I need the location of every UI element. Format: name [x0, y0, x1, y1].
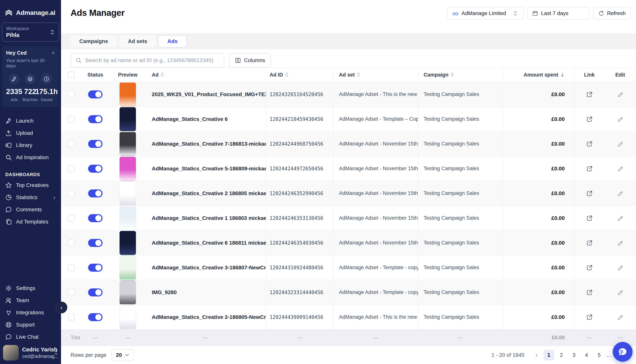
logo[interactable]: Admanage.ai [0, 0, 61, 17]
row-checkbox[interactable] [68, 314, 75, 320]
sidebar-item-library[interactable]: Library [0, 139, 61, 151]
ad-preview-image[interactable] [120, 206, 136, 230]
page-button-2[interactable]: 2 [556, 350, 567, 360]
status-toggle[interactable] [88, 214, 103, 222]
ad-name[interactable]: AdManage_Statics_Creative 5-186809-micka… [145, 156, 266, 181]
row-checkbox[interactable] [68, 91, 75, 98]
sidebar-collapse-button[interactable]: ‹ [56, 302, 67, 313]
sidebar-item-comments[interactable]: Comments [0, 204, 61, 216]
edit-pencil-icon[interactable] [617, 215, 623, 221]
status-toggle[interactable] [88, 190, 103, 198]
column-header-ad[interactable]: Ad [145, 68, 266, 82]
status-toggle[interactable] [88, 140, 103, 148]
ad-name[interactable]: IMG_9280 [145, 280, 266, 304]
status-toggle[interactable] [88, 165, 103, 173]
sidebar-item-top-creatives[interactable]: Top Creatives [0, 179, 61, 191]
edit-pencil-icon[interactable] [617, 92, 623, 98]
previous-page-button[interactable]: ‹ [532, 350, 542, 360]
external-link-icon[interactable] [586, 215, 592, 221]
external-link-icon[interactable] [586, 116, 592, 122]
status-toggle[interactable] [88, 115, 103, 123]
pagination-ellipsis[interactable]: ... [606, 352, 612, 358]
ad-name[interactable]: 2025_WK25_V01_Product_Focused_IMG+TEXT_( [145, 82, 266, 106]
date-range-picker[interactable]: Last 7 days [527, 7, 589, 20]
rows-per-page-select[interactable]: 20 [111, 349, 134, 361]
edit-pencil-icon[interactable] [617, 314, 623, 320]
ad-preview-image[interactable] [120, 132, 136, 156]
sidebar-item-launch[interactable]: Launch [0, 115, 61, 127]
sidebar-item-statistics[interactable]: Statistics › [0, 191, 61, 204]
tab-ad-sets[interactable]: Ad sets [119, 35, 156, 48]
tab-ads[interactable]: Ads [158, 35, 187, 48]
sort-icon[interactable] [357, 72, 360, 77]
external-link-icon[interactable] [586, 240, 592, 246]
user-menu[interactable]: Cedric Yarish ced@admanag... [0, 344, 61, 364]
external-link-icon[interactable] [586, 264, 592, 271]
ad-preview-image[interactable] [120, 107, 136, 131]
ad-name[interactable]: AdManage_Statics_Creative 7-186813-micka… [145, 132, 266, 156]
column-header-amount-spent[interactable]: Amount spent [503, 68, 574, 82]
sort-icon[interactable] [160, 72, 164, 77]
ad-preview-image[interactable] [120, 256, 136, 280]
page-button-5[interactable]: 5 [594, 350, 604, 360]
workspace-selector[interactable]: Workspace Pihla [2, 22, 59, 42]
external-link-icon[interactable] [586, 289, 592, 296]
row-checkbox[interactable] [68, 190, 75, 197]
sidebar-item-ad-templates[interactable]: Ad Templates [0, 216, 61, 228]
status-toggle[interactable] [88, 313, 103, 321]
sidebar-item-team[interactable]: Team [0, 294, 61, 306]
edit-pencil-icon[interactable] [617, 289, 623, 296]
ad-name[interactable]: AdManage_Statics_Creative 1 186803 micka… [145, 206, 266, 230]
ad-name[interactable]: AdManage_Statics_Creative 2 186805 micka… [145, 181, 266, 206]
ad-preview-image[interactable] [120, 82, 136, 106]
row-checkbox[interactable] [68, 240, 75, 246]
ad-name[interactable]: AdManage_Statics_Creative 6 186811 micka… [145, 230, 266, 255]
page-button-4[interactable]: 4 [581, 350, 592, 360]
ad-name[interactable]: AdManage_Statics_Creative 6 [145, 107, 266, 131]
external-link-icon[interactable] [586, 314, 592, 320]
status-toggle[interactable] [88, 264, 103, 272]
external-link-icon[interactable] [586, 92, 592, 98]
edit-pencil-icon[interactable] [617, 264, 623, 271]
select-all-checkbox[interactable] [68, 72, 75, 78]
close-icon[interactable]: × [52, 50, 55, 56]
ad-name[interactable]: AdManage_Statics_Creative 3-186807-NewCr… [145, 255, 266, 280]
sidebar-item-live-chat[interactable]: Live Chat [0, 331, 61, 343]
edit-pencil-icon[interactable] [617, 190, 623, 196]
row-checkbox[interactable] [68, 116, 75, 122]
external-link-icon[interactable] [586, 190, 592, 196]
external-link-icon[interactable] [586, 141, 592, 147]
ad-name[interactable]: AdManage_Statics_Creative 2-186805-NewCr… [145, 305, 266, 329]
page-button-3[interactable]: 3 [569, 350, 579, 360]
edit-pencil-icon[interactable] [617, 116, 623, 122]
sort-icon[interactable] [451, 72, 454, 77]
sidebar-item-support[interactable]: Support [0, 319, 61, 331]
columns-button[interactable]: Columns [229, 53, 271, 68]
sort-icon[interactable] [285, 72, 289, 77]
column-header-status[interactable]: Status [80, 68, 111, 82]
row-checkbox[interactable] [68, 289, 75, 296]
sidebar-item-settings[interactable]: Settings [0, 282, 61, 294]
edit-pencil-icon[interactable] [617, 141, 623, 147]
live-chat-fab[interactable] [613, 342, 632, 362]
status-toggle[interactable] [88, 288, 103, 296]
sidebar-item-upload[interactable]: Upload [0, 127, 61, 139]
row-checkbox[interactable] [68, 140, 75, 147]
tab-campaigns[interactable]: Campaigns [71, 35, 117, 48]
status-toggle[interactable] [88, 239, 103, 247]
ad-preview-image[interactable] [120, 157, 136, 181]
refresh-button[interactable]: Refresh [593, 7, 631, 20]
column-header-preview[interactable]: Preview [111, 68, 145, 82]
account-selector[interactable]: ∞ AdManage Limited [447, 7, 524, 20]
sidebar-item-ad-inspiration[interactable]: Ad Inspiration [0, 151, 61, 164]
row-checkbox[interactable] [68, 264, 75, 271]
search-input[interactable] [85, 57, 219, 64]
column-header-campaign[interactable]: Campaign [418, 68, 503, 82]
ad-preview-image[interactable] [120, 280, 136, 304]
edit-pencil-icon[interactable] [617, 240, 623, 246]
header-select-all[interactable] [61, 68, 80, 82]
sidebar-item-integrations[interactable]: Integrations [0, 306, 61, 319]
row-checkbox[interactable] [68, 165, 75, 172]
ad-preview-image[interactable] [120, 305, 136, 329]
external-link-icon[interactable] [586, 166, 592, 172]
